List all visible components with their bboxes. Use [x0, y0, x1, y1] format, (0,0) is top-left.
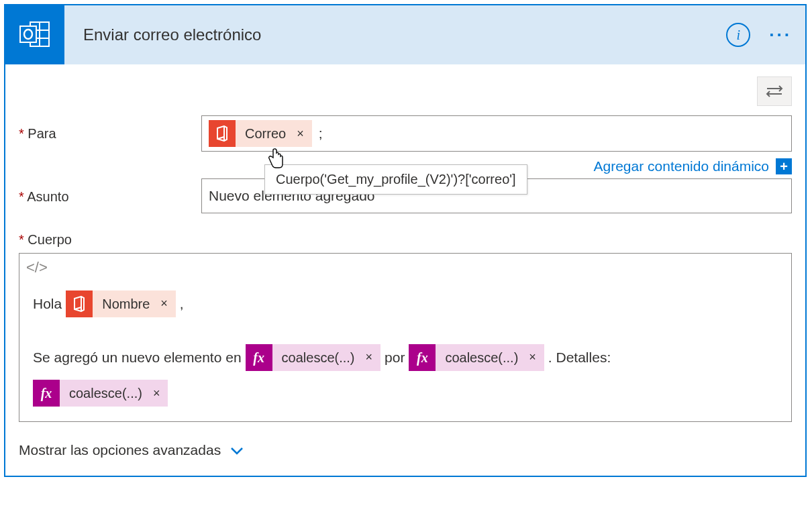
- remove-token-button[interactable]: ×: [150, 380, 168, 407]
- fx-token-coalesce[interactable]: fx coalesce(...) ×: [33, 380, 168, 407]
- body-content[interactable]: Hola Nombre × , Se agregó un nuevo eleme…: [19, 276, 791, 421]
- token-label: coalesce(...): [60, 378, 150, 408]
- expression-tooltip: Cuerpo('Get_my_profile_(V2)')?['correo']: [264, 164, 527, 195]
- switch-mode-button[interactable]: [757, 76, 792, 106]
- card-title: Enviar correo electrónico: [83, 25, 726, 44]
- fx-token-coalesce[interactable]: fx coalesce(...) ×: [409, 344, 544, 371]
- add-dynamic-content-link[interactable]: Agregar contenido dinámico: [594, 158, 770, 174]
- fx-icon: fx: [246, 344, 272, 371]
- to-input[interactable]: Correo × ;: [201, 115, 792, 152]
- fx-icon: fx: [409, 344, 436, 371]
- chevron-down-icon: [230, 442, 244, 458]
- separator: ;: [319, 125, 323, 142]
- body-token-nombre[interactable]: Nombre ×: [66, 290, 176, 317]
- to-label: * Para: [19, 115, 201, 142]
- remove-token-button[interactable]: ×: [158, 290, 176, 317]
- office-icon: [66, 290, 93, 317]
- token-label: coalesce(...): [272, 343, 363, 372]
- outlook-icon: [5, 5, 64, 64]
- add-dynamic-content-plus[interactable]: +: [776, 158, 792, 174]
- more-menu-button[interactable]: ···: [769, 25, 792, 46]
- fx-icon: fx: [33, 380, 60, 407]
- code-view-toggle[interactable]: </>: [19, 254, 791, 276]
- info-button[interactable]: i: [726, 23, 750, 47]
- token-label: Nombre: [93, 289, 158, 319]
- body-label: * Cuerpo: [19, 232, 792, 248]
- to-token-correo[interactable]: Correo ×: [209, 120, 312, 147]
- body-text: Se agregó un nuevo elemento en: [33, 342, 242, 373]
- body-text: . Detalles:: [548, 342, 611, 373]
- show-advanced-options[interactable]: Mostrar las opciones avanzadas: [19, 442, 792, 458]
- token-label: Correo: [236, 126, 294, 142]
- svg-rect-4: [20, 26, 36, 42]
- card-header: Enviar correo electrónico i ···: [5, 5, 805, 64]
- token-label: coalesce(...): [436, 343, 526, 372]
- body-text: ,: [180, 288, 184, 319]
- body-editor: </> Hola Nombre × , Se agregó un nuevo e…: [19, 253, 792, 422]
- remove-token-button[interactable]: ×: [526, 344, 544, 371]
- advanced-label: Mostrar las opciones avanzadas: [19, 442, 221, 458]
- remove-token-button[interactable]: ×: [363, 344, 381, 371]
- action-card: Enviar correo electrónico i ··· * Para: [4, 4, 807, 477]
- required-mark: *: [19, 232, 28, 247]
- required-mark: *: [19, 189, 27, 204]
- required-mark: *: [19, 126, 28, 141]
- remove-token-button[interactable]: ×: [294, 127, 312, 141]
- body-text: por: [385, 342, 405, 373]
- office-icon: [209, 120, 236, 147]
- to-field-row: * Para Correo × ;: [19, 115, 792, 152]
- card-body: * Para Correo × ; Cuerpo('Get_my_profile…: [5, 64, 805, 476]
- body-text: Hola: [33, 288, 62, 319]
- subject-label: * Asunto: [19, 178, 201, 205]
- fx-token-coalesce[interactable]: fx coalesce(...) ×: [246, 344, 380, 371]
